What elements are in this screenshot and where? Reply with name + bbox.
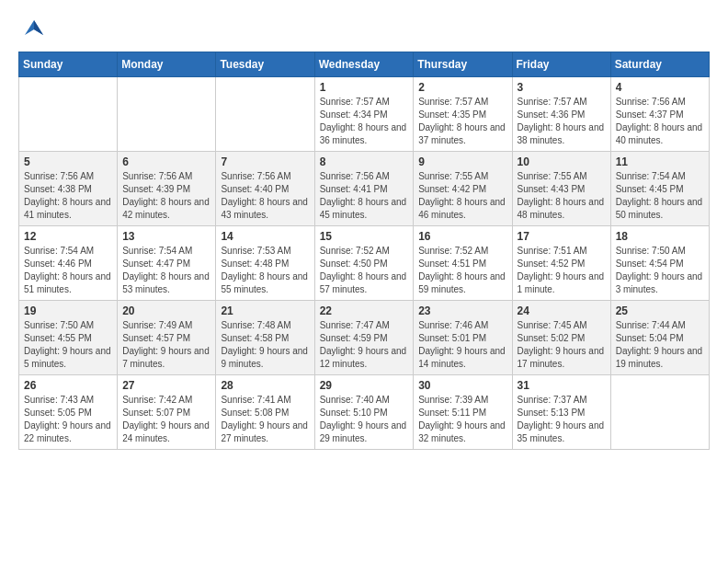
calendar-cell: 25Sunrise: 7:44 AM Sunset: 5:04 PM Dayli… <box>610 301 709 375</box>
calendar-cell: 23Sunrise: 7:46 AM Sunset: 5:01 PM Dayli… <box>414 301 512 375</box>
weekday-header: Friday <box>512 52 610 77</box>
day-detail: Sunrise: 7:46 AM Sunset: 5:01 PM Dayligh… <box>418 320 506 369</box>
calendar-week-row: 1Sunrise: 7:57 AM Sunset: 4:34 PM Daylig… <box>19 77 710 152</box>
day-number: 30 <box>418 379 506 392</box>
day-detail: Sunrise: 7:39 AM Sunset: 5:11 PM Dayligh… <box>418 395 506 443</box>
calendar-cell <box>610 375 709 450</box>
weekday-header: Tuesday <box>216 52 314 77</box>
day-detail: Sunrise: 7:54 AM Sunset: 4:46 PM Dayligh… <box>24 246 111 294</box>
day-number: 17 <box>518 230 606 243</box>
day-detail: Sunrise: 7:55 AM Sunset: 4:42 PM Dayligh… <box>418 171 506 220</box>
day-detail: Sunrise: 7:40 AM Sunset: 5:10 PM Dayligh… <box>320 395 407 443</box>
day-number: 24 <box>518 304 606 317</box>
day-number: 6 <box>122 155 210 168</box>
day-detail: Sunrise: 7:56 AM Sunset: 4:40 PM Dayligh… <box>221 171 308 220</box>
calendar-table: SundayMondayTuesdayWednesdayThursdayFrid… <box>18 52 710 450</box>
calendar-header-row: SundayMondayTuesdayWednesdayThursdayFrid… <box>19 52 710 77</box>
calendar-week-row: 12Sunrise: 7:54 AM Sunset: 4:46 PM Dayli… <box>19 226 710 301</box>
day-number: 29 <box>320 379 409 392</box>
calendar-cell: 19Sunrise: 7:50 AM Sunset: 4:55 PM Dayli… <box>19 301 118 375</box>
calendar-cell: 12Sunrise: 7:54 AM Sunset: 4:46 PM Dayli… <box>19 226 118 301</box>
calendar-cell: 9Sunrise: 7:55 AM Sunset: 4:42 PM Daylig… <box>414 152 512 226</box>
calendar-week-row: 26Sunrise: 7:43 AM Sunset: 5:05 PM Dayli… <box>19 375 710 450</box>
day-detail: Sunrise: 7:52 AM Sunset: 4:51 PM Dayligh… <box>418 246 506 294</box>
day-number: 27 <box>122 379 210 392</box>
day-detail: Sunrise: 7:53 AM Sunset: 4:48 PM Dayligh… <box>221 246 308 294</box>
day-detail: Sunrise: 7:51 AM Sunset: 4:52 PM Dayligh… <box>518 246 605 294</box>
svg-marker-1 <box>34 20 43 35</box>
weekday-header: Monday <box>118 52 216 77</box>
day-number: 10 <box>518 155 606 168</box>
day-number: 7 <box>221 155 309 168</box>
day-number: 25 <box>616 304 704 317</box>
weekday-header: Wednesday <box>314 52 414 77</box>
day-detail: Sunrise: 7:54 AM Sunset: 4:47 PM Dayligh… <box>122 246 210 294</box>
calendar-cell: 11Sunrise: 7:54 AM Sunset: 4:45 PM Dayli… <box>610 152 709 226</box>
day-number: 1 <box>320 81 409 94</box>
calendar-cell <box>216 77 314 152</box>
calendar-cell: 22Sunrise: 7:47 AM Sunset: 4:59 PM Dayli… <box>314 301 414 375</box>
day-detail: Sunrise: 7:56 AM Sunset: 4:38 PM Dayligh… <box>24 171 111 220</box>
calendar-cell: 3Sunrise: 7:57 AM Sunset: 4:36 PM Daylig… <box>512 77 610 152</box>
calendar-cell: 1Sunrise: 7:57 AM Sunset: 4:34 PM Daylig… <box>314 77 414 152</box>
calendar-cell: 4Sunrise: 7:56 AM Sunset: 4:37 PM Daylig… <box>610 77 709 152</box>
logo-icon <box>21 15 47 40</box>
day-detail: Sunrise: 7:55 AM Sunset: 4:43 PM Dayligh… <box>518 171 605 220</box>
calendar-cell: 29Sunrise: 7:40 AM Sunset: 5:10 PM Dayli… <box>314 375 414 450</box>
day-detail: Sunrise: 7:43 AM Sunset: 5:05 PM Dayligh… <box>24 395 111 443</box>
calendar-cell: 6Sunrise: 7:56 AM Sunset: 4:39 PM Daylig… <box>118 152 216 226</box>
day-number: 23 <box>418 304 506 317</box>
day-detail: Sunrise: 7:57 AM Sunset: 4:35 PM Dayligh… <box>418 97 506 145</box>
day-number: 11 <box>616 155 704 168</box>
weekday-header: Saturday <box>610 52 709 77</box>
day-number: 2 <box>418 81 506 94</box>
day-number: 5 <box>24 155 112 168</box>
calendar-cell: 21Sunrise: 7:48 AM Sunset: 4:58 PM Dayli… <box>216 301 314 375</box>
day-number: 4 <box>616 81 704 94</box>
calendar-week-row: 19Sunrise: 7:50 AM Sunset: 4:55 PM Dayli… <box>19 301 710 375</box>
day-number: 21 <box>221 304 309 317</box>
calendar-cell: 26Sunrise: 7:43 AM Sunset: 5:05 PM Dayli… <box>19 375 118 450</box>
day-detail: Sunrise: 7:37 AM Sunset: 5:13 PM Dayligh… <box>518 395 605 443</box>
calendar-week-row: 5Sunrise: 7:56 AM Sunset: 4:38 PM Daylig… <box>19 152 710 226</box>
day-number: 28 <box>221 379 309 392</box>
day-number: 14 <box>221 230 309 243</box>
day-detail: Sunrise: 7:56 AM Sunset: 4:39 PM Dayligh… <box>122 171 210 220</box>
day-number: 12 <box>24 230 112 243</box>
calendar-cell <box>118 77 216 152</box>
calendar-cell: 15Sunrise: 7:52 AM Sunset: 4:50 PM Dayli… <box>314 226 414 301</box>
day-number: 13 <box>122 230 210 243</box>
day-number: 18 <box>616 230 704 243</box>
calendar-cell: 30Sunrise: 7:39 AM Sunset: 5:11 PM Dayli… <box>414 375 512 450</box>
day-detail: Sunrise: 7:42 AM Sunset: 5:07 PM Dayligh… <box>122 395 210 443</box>
day-detail: Sunrise: 7:44 AM Sunset: 5:04 PM Dayligh… <box>616 320 703 369</box>
day-number: 31 <box>518 379 606 392</box>
header <box>18 15 710 40</box>
day-number: 9 <box>418 155 506 168</box>
calendar-cell: 7Sunrise: 7:56 AM Sunset: 4:40 PM Daylig… <box>216 152 314 226</box>
day-number: 16 <box>418 230 506 243</box>
day-number: 8 <box>320 155 409 168</box>
calendar-cell: 31Sunrise: 7:37 AM Sunset: 5:13 PM Dayli… <box>512 375 610 450</box>
day-detail: Sunrise: 7:48 AM Sunset: 4:58 PM Dayligh… <box>221 320 308 369</box>
day-detail: Sunrise: 7:50 AM Sunset: 4:54 PM Dayligh… <box>616 246 703 294</box>
calendar-cell: 17Sunrise: 7:51 AM Sunset: 4:52 PM Dayli… <box>512 226 610 301</box>
day-detail: Sunrise: 7:49 AM Sunset: 4:57 PM Dayligh… <box>122 320 210 369</box>
calendar-cell: 20Sunrise: 7:49 AM Sunset: 4:57 PM Dayli… <box>118 301 216 375</box>
calendar-cell: 13Sunrise: 7:54 AM Sunset: 4:47 PM Dayli… <box>118 226 216 301</box>
day-number: 15 <box>320 230 409 243</box>
calendar-cell: 16Sunrise: 7:52 AM Sunset: 4:51 PM Dayli… <box>414 226 512 301</box>
weekday-header: Thursday <box>414 52 512 77</box>
day-number: 3 <box>518 81 606 94</box>
logo <box>18 15 47 40</box>
calendar-cell: 27Sunrise: 7:42 AM Sunset: 5:07 PM Dayli… <box>118 375 216 450</box>
calendar-cell: 8Sunrise: 7:56 AM Sunset: 4:41 PM Daylig… <box>314 152 414 226</box>
day-detail: Sunrise: 7:50 AM Sunset: 4:55 PM Dayligh… <box>24 320 111 369</box>
calendar-cell <box>19 77 118 152</box>
day-number: 22 <box>320 304 409 317</box>
calendar-cell: 5Sunrise: 7:56 AM Sunset: 4:38 PM Daylig… <box>19 152 118 226</box>
day-detail: Sunrise: 7:56 AM Sunset: 4:41 PM Dayligh… <box>320 171 407 220</box>
calendar-cell: 14Sunrise: 7:53 AM Sunset: 4:48 PM Dayli… <box>216 226 314 301</box>
page: SundayMondayTuesdayWednesdayThursdayFrid… <box>0 0 728 465</box>
day-detail: Sunrise: 7:45 AM Sunset: 5:02 PM Dayligh… <box>518 320 605 369</box>
